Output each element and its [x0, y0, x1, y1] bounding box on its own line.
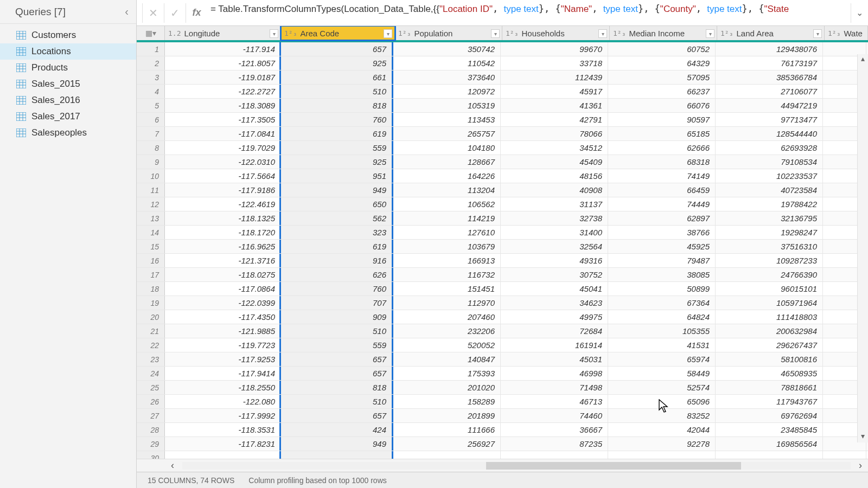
cell-median-income[interactable]: 90597 [608, 113, 716, 126]
cell-population[interactable]: 114219 [393, 211, 501, 225]
cell-longitude[interactable]: -117.9253 [165, 352, 281, 366]
cell-households[interactable] [501, 451, 608, 459]
cell-longitude[interactable]: -117.0841 [165, 127, 281, 140]
cell-area-code[interactable]: 510 [279, 324, 393, 338]
column-header-median-income[interactable]: 1²₃ Median Income ▾ [610, 26, 717, 40]
cell-median-income[interactable]: 74149 [608, 169, 716, 183]
cell-longitude[interactable]: -117.9414 [165, 367, 281, 380]
vertical-scrollbar[interactable]: ▴ ▾ [857, 54, 868, 442]
row-number[interactable]: 6 [137, 113, 165, 126]
horizontal-scrollbar[interactable]: ‹ › [137, 459, 868, 472]
cell-households[interactable]: 45041 [501, 282, 608, 296]
column-header-households[interactable]: 1²₃ Households ▾ [502, 26, 610, 40]
cell-land-area[interactable]: 24766390 [716, 268, 823, 281]
cell-land-area[interactable]: 79108534 [716, 155, 823, 169]
table-row[interactable]: 15-116.9625619103679325644592537516310 [137, 240, 868, 254]
row-number[interactable]: 19 [137, 296, 165, 310]
cell-longitude[interactable]: -118.1720 [165, 226, 281, 239]
cell-median-income[interactable]: 42044 [608, 423, 716, 436]
cell-households[interactable]: 30752 [501, 268, 608, 281]
query-item-sales-2016[interactable]: Sales_2016 [0, 92, 136, 108]
table-row[interactable]: 16-121.37169161669134931679487109287233 [137, 254, 868, 268]
cell-longitude[interactable]: -118.3089 [165, 99, 281, 112]
cell-median-income[interactable]: 74449 [608, 197, 716, 211]
cell-households[interactable]: 112439 [501, 70, 608, 84]
cell-population[interactable]: 105319 [393, 99, 501, 112]
cell-population[interactable]: 164226 [393, 169, 501, 183]
row-number[interactable]: 2 [137, 56, 165, 70]
cell-households[interactable]: 36667 [501, 423, 608, 436]
cell-median-income[interactable]: 60752 [608, 42, 716, 56]
table-row[interactable]: 4-122.2727510120972459176623727106077 [137, 85, 868, 99]
cell-area-code[interactable]: 760 [279, 113, 393, 126]
cell-population[interactable]: 373640 [393, 70, 501, 84]
cell-median-income[interactable] [608, 451, 716, 459]
scroll-thumb[interactable] [486, 462, 741, 470]
query-item-sales-2015[interactable]: Sales_2015 [0, 76, 136, 92]
scroll-track[interactable] [858, 65, 868, 432]
cell-longitude[interactable]: -122.0310 [165, 155, 281, 169]
cell-population[interactable]: 201020 [393, 381, 501, 394]
cell-longitude[interactable]: -121.3716 [165, 254, 281, 267]
table-row[interactable]: 26-122.0805101582894671365096117943767 [137, 395, 868, 409]
cell-households[interactable]: 87235 [501, 437, 608, 451]
cell-longitude[interactable]: -118.1325 [165, 211, 281, 225]
cell-longitude[interactable]: -117.3505 [165, 113, 281, 126]
table-row[interactable]: 28-118.3531424111666366674204423485845 [137, 423, 868, 437]
cell-median-income[interactable]: 64329 [608, 56, 716, 70]
cell-area-code[interactable]: 925 [279, 155, 393, 169]
cell-median-income[interactable]: 52574 [608, 381, 716, 394]
cell-longitude[interactable]: -117.914 [165, 42, 281, 56]
row-number[interactable]: 3 [137, 70, 165, 84]
table-row[interactable]: 11-117.9186949113204409086645940723584 [137, 183, 868, 197]
query-item-locations[interactable]: Locations [0, 43, 136, 60]
cell-population[interactable]: 232206 [393, 324, 501, 338]
row-number-header[interactable]: ▦▾ [137, 26, 165, 40]
cell-land-area[interactable]: 169856564 [716, 437, 823, 451]
table-row[interactable]: 23-117.9253657140847450316597458100816 [137, 352, 868, 367]
cell-population[interactable]: 151451 [393, 282, 501, 296]
cell-longitude[interactable]: -117.8231 [165, 437, 281, 451]
table-row[interactable]: 17-118.0275626116732307523808524766390 [137, 268, 868, 282]
cell-households[interactable]: 45031 [501, 352, 608, 366]
cell-land-area[interactable]: 97713477 [716, 113, 823, 126]
cell-population[interactable]: 127610 [393, 226, 501, 239]
row-number[interactable]: 11 [137, 183, 165, 197]
cell-households[interactable]: 46998 [501, 367, 608, 380]
cell-longitude[interactable]: -119.0187 [165, 70, 281, 84]
query-item-customers[interactable]: Customers [0, 27, 136, 43]
cell-population[interactable]: 112970 [393, 296, 501, 310]
row-number[interactable]: 9 [137, 155, 165, 169]
cell-area-code[interactable]: 559 [279, 338, 393, 352]
cell-median-income[interactable]: 62897 [608, 211, 716, 225]
cell-area-code[interactable]: 909 [279, 310, 393, 324]
cell-area-code[interactable]: 510 [279, 395, 393, 408]
table-row[interactable]: 22-119.772355952005216191441531296267437 [137, 338, 868, 352]
cell-land-area[interactable]: 23485845 [716, 423, 823, 436]
cell-land-area[interactable]: 105971964 [716, 296, 823, 310]
cell-median-income[interactable]: 67364 [608, 296, 716, 310]
cell-median-income[interactable]: 66237 [608, 85, 716, 98]
cell-land-area[interactable]: 109287233 [716, 254, 823, 267]
cell-households[interactable]: 45409 [501, 155, 608, 169]
table-row[interactable]: 10-117.56649511642264815674149102233537 [137, 169, 868, 183]
cell-area-code[interactable]: 510 [279, 85, 393, 98]
cell-land-area[interactable] [716, 451, 823, 459]
cell-area-code[interactable]: 707 [279, 296, 393, 310]
cell-population[interactable]: 116732 [393, 268, 501, 281]
cell-median-income[interactable]: 64824 [608, 310, 716, 324]
cell-households[interactable]: 32738 [501, 211, 608, 225]
cell-median-income[interactable]: 45925 [608, 240, 716, 253]
scroll-left-icon[interactable]: ‹ [165, 460, 180, 471]
cell-land-area[interactable]: 96015101 [716, 282, 823, 296]
cell-median-income[interactable]: 65974 [608, 352, 716, 366]
cell-land-area[interactable]: 76173197 [716, 56, 823, 70]
cell-area-code[interactable]: 661 [279, 70, 393, 84]
cell-land-area[interactable]: 62693928 [716, 141, 823, 155]
cell-longitude[interactable]: -122.2727 [165, 85, 281, 98]
row-number[interactable]: 15 [137, 240, 165, 253]
cell-land-area[interactable]: 200632984 [716, 324, 823, 338]
cell-longitude[interactable]: -117.9992 [165, 409, 281, 422]
row-number[interactable]: 26 [137, 395, 165, 408]
table-row[interactable]: 18-117.0864760151451450415089996015101 [137, 282, 868, 296]
